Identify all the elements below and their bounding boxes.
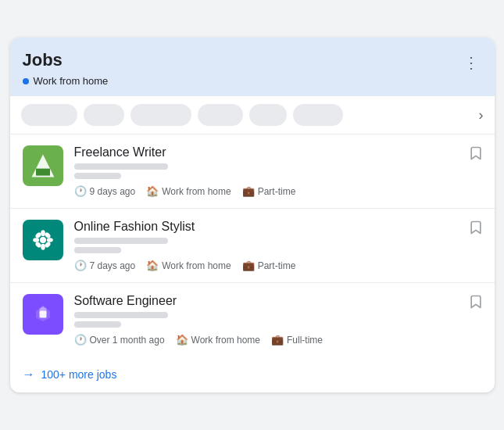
more-jobs-link[interactable]: → 100+ more jobs [23, 367, 117, 382]
job-meta-freelance: 🕐 9 days ago 🏠 Work from home 💼 Part-tim… [74, 185, 482, 197]
job-item-freelance-writer[interactable]: Freelance Writer 🕐 9 days ago 🏠 Work fro… [10, 134, 495, 209]
svg-point-5 [33, 238, 39, 242]
filter-pill-6[interactable] [293, 104, 343, 126]
svg-point-2 [40, 237, 46, 243]
jobs-list: Freelance Writer 🕐 9 days ago 🏠 Work fro… [10, 134, 495, 357]
svg-point-4 [41, 244, 45, 250]
job-logo-software [23, 294, 63, 335]
job-bar1-fashion [74, 238, 168, 244]
bookmark-button-freelance[interactable] [468, 145, 484, 165]
home-icon-3: 🏠 [176, 334, 188, 346]
job-location-fashion: 🏠 Work from home [146, 260, 231, 271]
bookmark-button-fashion[interactable] [468, 220, 484, 239]
arrow-icon: → [23, 367, 35, 382]
job-content-freelance: Freelance Writer 🕐 9 days ago 🏠 Work fro… [74, 145, 482, 197]
filter-pill-3[interactable] [130, 104, 191, 126]
bookmark-button-software[interactable] [468, 294, 484, 314]
clock-icon-3: 🕐 [74, 334, 87, 346]
job-content-fashion: Online Fashion Stylist 🕐 7 days ago 🏠 Wo… [74, 220, 482, 271]
job-item-software-engineer[interactable]: Software Engineer 🕐 Over 1 month ago 🏠 W… [10, 283, 495, 357]
home-icon: 🏠 [146, 185, 159, 197]
briefcase-icon: 💼 [242, 185, 255, 197]
clock-icon-2: 🕐 [74, 260, 87, 271]
job-age-software: 🕐 Over 1 month ago [74, 334, 165, 346]
subtitle-text: Work from home [34, 75, 109, 87]
header-subtitle: Work from home [23, 75, 109, 87]
filter-chevron-icon[interactable]: › [479, 107, 484, 124]
job-content-software: Software Engineer 🕐 Over 1 month ago 🏠 W… [74, 294, 482, 346]
briefcase-icon-3: 💼 [271, 334, 284, 346]
job-age-fashion: 🕐 7 days ago [74, 260, 136, 271]
header: Jobs Work from home ⋮ [10, 38, 495, 96]
filter-pill-1[interactable] [21, 104, 77, 126]
svg-point-6 [46, 238, 52, 242]
jobs-card: Jobs Work from home ⋮ › Fr [10, 38, 495, 392]
job-type-software: 💼 Full-time [271, 334, 323, 346]
svg-point-3 [41, 230, 45, 236]
page-title: Jobs [23, 50, 109, 70]
job-logo-fashion [23, 220, 63, 260]
job-meta-software: 🕐 Over 1 month ago 🏠 Work from home 💼 Fu… [74, 334, 482, 346]
filter-pill-5[interactable] [249, 104, 287, 126]
job-logo-freelance [23, 145, 63, 186]
briefcase-icon-2: 💼 [242, 260, 255, 271]
filter-pill-4[interactable] [198, 104, 243, 126]
job-bar1-freelance [74, 163, 168, 170]
job-meta-fashion: 🕐 7 days ago 🏠 Work from home 💼 Part-tim… [74, 260, 482, 271]
job-title-freelance: Freelance Writer [74, 145, 482, 159]
job-bar2-software [74, 321, 121, 328]
job-item-fashion-stylist[interactable]: Online Fashion Stylist 🕐 7 days ago 🏠 Wo… [10, 209, 495, 283]
job-type-fashion: 💼 Part-time [242, 260, 296, 271]
filter-bar: › [10, 96, 495, 134]
header-left: Jobs Work from home [23, 50, 109, 87]
job-bar2-fashion [74, 247, 121, 253]
job-bar2-freelance [74, 173, 121, 179]
status-dot [23, 78, 29, 84]
more-options-button[interactable]: ⋮ [460, 50, 482, 75]
job-title-software: Software Engineer [74, 294, 482, 308]
job-bar1-software [74, 312, 168, 318]
job-age-freelance: 🕐 9 days ago [74, 185, 136, 197]
job-location-software: 🏠 Work from home [176, 334, 260, 346]
clock-icon: 🕐 [74, 185, 87, 197]
job-title-fashion: Online Fashion Stylist [74, 220, 482, 234]
home-icon-2: 🏠 [146, 260, 159, 271]
job-location-freelance: 🏠 Work from home [146, 185, 231, 197]
more-jobs-row: → 100+ more jobs [10, 357, 495, 392]
more-jobs-label: 100+ more jobs [41, 368, 117, 381]
svg-rect-1 [36, 169, 50, 176]
job-type-freelance: 💼 Part-time [242, 185, 296, 197]
filter-pill-2[interactable] [84, 104, 124, 126]
